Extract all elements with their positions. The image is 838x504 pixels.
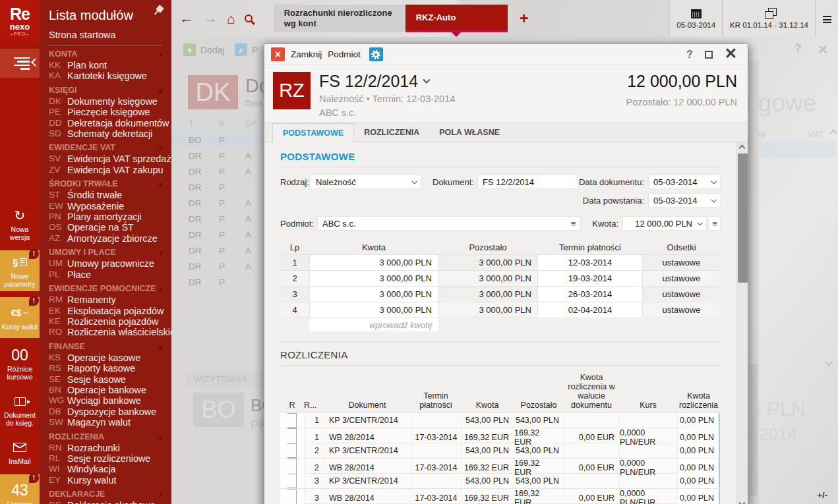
column-header[interactable]: Dokument: [324, 401, 411, 410]
quick-tile-dokument-do-ksieg[interactable]: Dokument do księg.: [0, 390, 40, 430]
close-document-button[interactable]: ×: [271, 47, 285, 61]
bg-table-row[interactable]: DRPA: [171, 227, 264, 242]
column-header[interactable]: R...: [304, 401, 324, 410]
sidebar-item-db[interactable]: DBDyspozycje bankowe: [49, 406, 171, 417]
rodzaj-select[interactable]: Należność: [311, 175, 421, 189]
settlement-row[interactable]: 3KP 3/CENTR/2014543,00 PLN543,00 PLN0,00…: [280, 473, 720, 488]
sidebar-item-ka[interactable]: KAKartoteki księgowe: [49, 70, 171, 81]
installment-row[interactable]: 43 000,00 PLN3 000,00 PLN02-04-2014ustaw…: [280, 302, 720, 318]
add-icon[interactable]: +: [183, 43, 196, 56]
sidebar-section-header[interactable]: EWIDENCJE POMOCNICZE: [49, 284, 162, 294]
bg-table-row[interactable]: DRPA: [171, 211, 264, 227]
module-list-button[interactable]: [0, 49, 40, 78]
dialog-scrollbar[interactable]: [736, 142, 748, 504]
sidebar-item-zv[interactable]: ZVEwidencja VAT zakupu: [49, 165, 171, 175]
bg-table-row[interactable]: DRPA: [171, 242, 264, 258]
sidebar-item-ek[interactable]: EKEksploatacja pojazdów: [49, 306, 171, 316]
sidebar-section-header[interactable]: FINANSE: [49, 342, 162, 352]
sidebar-item-wg[interactable]: WGWyciągi bankowe: [49, 395, 171, 406]
amount-placeholder-input[interactable]: wprowadź kwotę: [309, 318, 438, 331]
bg-scroll-down-icon[interactable]: [825, 358, 832, 366]
settlement-row[interactable]: 2KP 3/CENTR/2014543,00 PLN543,00 PLN0,00…: [280, 443, 720, 458]
sidebar-item-sw[interactable]: SWMagazyn walut: [49, 417, 171, 428]
bg-scroll-up-icon[interactable]: [829, 129, 837, 136]
column-header[interactable]: Termin płatności: [411, 391, 461, 410]
close-icon[interactable]: ✕: [725, 46, 737, 61]
sidebar-item-rl[interactable]: RLSesje rozliczeniowe: [49, 453, 171, 464]
quick-tile-kursy-walut[interactable]: €$~Kursy walut!: [0, 297, 40, 338]
sidebar-item-pl[interactable]: PLPłace: [49, 269, 171, 280]
subject-menu[interactable]: Podmiot: [328, 49, 361, 59]
document-title[interactable]: FS 12/2/2014: [319, 72, 618, 91]
bg-table-row[interactable]: BOP: [171, 132, 264, 148]
help-icon[interactable]: ?: [686, 49, 693, 61]
chevron-down-icon[interactable]: [423, 76, 430, 83]
bg-search-icon[interactable]: ⌕: [235, 43, 247, 56]
sidebar-item-se[interactable]: SESesje kasowe: [49, 374, 171, 385]
home-icon[interactable]: ⌂: [227, 12, 235, 26]
sidebar-item-os[interactable]: OSOperacje na ŚT: [49, 222, 171, 233]
sidebar-item-sd[interactable]: SDSchematy dekretacji: [49, 128, 171, 139]
date-box[interactable]: 05-03-2014: [669, 0, 722, 37]
bg-bottom-tab[interactable]: WIZYTÓWKA: [186, 372, 265, 387]
settlement-row[interactable]: 2WB 28/201417-03-2014169,32 EUR169,32 EU…: [280, 458, 720, 473]
quick-tile-nowe-parametry[interactable]: §Nowe parametry!: [0, 250, 40, 291]
tab-rozliczenia[interactable]: ROZLICZENIA: [354, 123, 429, 142]
new-tab-button[interactable]: +: [520, 9, 529, 28]
column-header[interactable]: Pozostało: [514, 401, 564, 410]
sidebar-item-rm[interactable]: RMRemanenty: [49, 294, 171, 305]
column-header[interactable]: Pozostało: [438, 242, 537, 252]
bg-table-row[interactable]: DRPA: [171, 195, 264, 211]
forward-arrow-icon[interactable]: →: [203, 11, 218, 26]
bg-table-row[interactable]: DRP: [171, 274, 264, 290]
sidebar-section-header[interactable]: ŚRODKI TRWAŁE: [49, 179, 162, 189]
sidebar-item-bn[interactable]: BNOperacje bankowe: [49, 385, 171, 395]
settings-button[interactable]: [369, 47, 383, 61]
sidebar-section-header[interactable]: DEKLARACJE: [49, 490, 162, 499]
sidebar-item-dk[interactable]: DKDokumenty księgowe: [49, 96, 171, 107]
sidebar-section-header[interactable]: ROZLICZENIA: [49, 432, 162, 442]
topbar-tab-2[interactable]: RKZ-Auto: [405, 5, 508, 32]
dokument-input[interactable]: FS 12/2/2014: [477, 175, 578, 189]
settlement-checkbox[interactable]: [287, 474, 297, 488]
topbar-tab-1[interactable]: Rozrachunki nierozliczone wg kont: [274, 5, 405, 32]
kwota-select[interactable]: 12 000,00 PLN: [622, 216, 707, 231]
sidebar-item-rs[interactable]: RSRaporty kasowe: [49, 363, 171, 374]
sidebar-item-ro[interactable]: RORozliczenia właścicielskie: [49, 327, 171, 337]
data-powstania-select[interactable]: 05-03-2014: [648, 193, 721, 208]
sidebar-item-ke[interactable]: KERozliczenia pojazdów: [49, 316, 171, 327]
settlement-row[interactable]: 3WB 28/201417-03-2014169,32 EUR169,32 EU…: [280, 488, 720, 503]
sidebar-item-ks[interactable]: KSOperacje kasowe: [49, 352, 171, 363]
settlement-checkbox[interactable]: [287, 413, 297, 428]
sidebar-item-ds[interactable]: DSDeklaracje skarbowe: [49, 500, 171, 504]
installment-row[interactable]: 33 000,00 PLN3 000,00 PLN26-03-2014ustaw…: [280, 286, 720, 302]
sidebar-section-header[interactable]: KSIĘGI: [49, 86, 162, 96]
bg-close-icon[interactable]: ✕: [818, 42, 828, 57]
installment-row[interactable]: 13 000,00 PLN3 000,00 PLN12-03-2014ustaw…: [280, 254, 720, 270]
sidebar-item-strona-startowa[interactable]: Strona startowa: [49, 30, 162, 45]
sidebar-item-pe[interactable]: PEPieczęcie księgowe: [49, 107, 171, 117]
tab-podstawowe[interactable]: PODSTAWOWE: [272, 123, 354, 142]
sidebar-item-dd[interactable]: DDDekretacja dokumentów: [49, 118, 171, 128]
settlement-row[interactable]: 1KP 3/CENTR/2014543,00 PLN543,00 PLN0,00…: [280, 412, 720, 428]
sidebar-item-wi[interactable]: WIWindykacja: [49, 464, 171, 474]
quick-tile-nowa-wersja[interactable]: ↻Nowa wersja: [0, 204, 40, 244]
sidebar-section-header[interactable]: EWIDENCJE VAT: [49, 143, 162, 153]
column-header[interactable]: Kwota rozliczenia w walucie dokumentu: [564, 373, 619, 410]
back-arrow-icon[interactable]: ←: [179, 11, 194, 26]
column-header[interactable]: R: [280, 401, 304, 410]
sidebar-item-kk[interactable]: KKPlan kont: [49, 60, 171, 70]
sidebar-item-st[interactable]: STŚrodki trwałe: [49, 190, 171, 200]
settlement-row[interactable]: 1WB 28/201417-03-2014169,32 EUR169,32 EU…: [280, 428, 720, 443]
sidebar-item-az[interactable]: AZAmortyzacje zbiorcze: [49, 233, 171, 244]
column-header[interactable]: Kwota rozliczenia: [677, 391, 720, 410]
column-header[interactable]: Kwota: [461, 401, 514, 410]
column-header[interactable]: Odsetki: [643, 242, 720, 252]
data-dokumentu-select[interactable]: 05-03-2014: [648, 175, 721, 189]
bg-table-row[interactable]: DRP: [171, 179, 264, 195]
kwota-menu-icon[interactable]: ≡: [709, 216, 721, 231]
quick-tile-roznice-kursowe[interactable]: 00Różnice kursowe: [0, 344, 40, 384]
column-header[interactable]: Kurs: [619, 401, 677, 410]
scrollbar-thumb[interactable]: [738, 154, 748, 283]
column-header[interactable]: Kwota: [309, 242, 438, 252]
